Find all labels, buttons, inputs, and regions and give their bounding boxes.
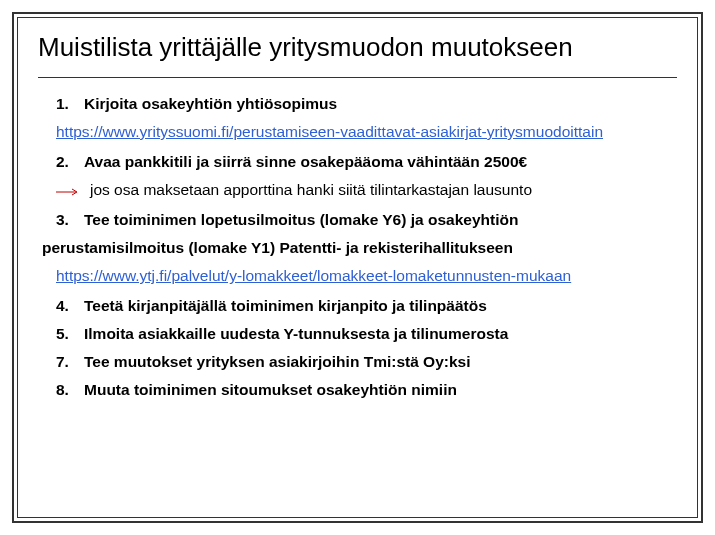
item-number: 4. [38, 294, 84, 318]
link-text[interactable]: https://www.ytj.fi/palvelut/y-lomakkeet/… [38, 264, 677, 288]
item-number: 2. [38, 150, 84, 174]
item-text: Kirjoita osakeyhtiön yhtiösopimus [84, 92, 677, 116]
item-number: 3. [38, 208, 84, 232]
list-item: 2. Avaa pankkitili ja siirrä sinne osake… [38, 150, 677, 174]
item-number: 7. [38, 350, 84, 374]
item-text: Tee muutokset yrityksen asiakirjoihin Tm… [84, 350, 677, 374]
item-text: Tee toiminimen lopetusilmoitus (lomake Y… [84, 208, 677, 232]
list-item: 1. Kirjoita osakeyhtiön yhtiösopimus [38, 92, 677, 116]
content: 1. Kirjoita osakeyhtiön yhtiösopimus htt… [38, 92, 677, 402]
item-number: 1. [38, 92, 84, 116]
arrow-icon [56, 180, 82, 202]
item-text: Teetä kirjanpitäjällä toiminimen kirjanp… [84, 294, 677, 318]
list-item: 7. Tee muutokset yrityksen asiakirjoihin… [38, 350, 677, 374]
inner-frame: Muistilista yrittäjälle yritysmuodon muu… [17, 17, 698, 518]
item-number: 5. [38, 322, 84, 346]
item-text: Muuta toiminimen sitoumukset osakeyhtiön… [84, 378, 677, 402]
sub-note-text: jos osa maksetaan apporttina hanki siitä… [90, 178, 532, 202]
list-item: 5. Ilmoita asiakkaille uudesta Y-tunnuks… [38, 322, 677, 346]
item-text: Avaa pankkitili ja siirrä sinne osakepää… [84, 150, 677, 174]
page-title: Muistilista yrittäjälle yritysmuodon muu… [38, 32, 677, 78]
link-text[interactable]: https://www.yrityssuomi.fi/perustamiseen… [38, 120, 677, 144]
list-item: 4. Teetä kirjanpitäjällä toiminimen kirj… [38, 294, 677, 318]
sub-note: jos osa maksetaan apporttina hanki siitä… [38, 178, 677, 202]
list-item: 8. Muuta toiminimen sitoumukset osakeyht… [38, 378, 677, 402]
item-text: Ilmoita asiakkaille uudesta Y-tunnuksest… [84, 322, 677, 346]
outer-frame: Muistilista yrittäjälle yritysmuodon muu… [12, 12, 703, 523]
item-number: 8. [38, 378, 84, 402]
link-2[interactable]: https://www.ytj.fi/palvelut/y-lomakkeet/… [56, 267, 571, 284]
item-continuation: perustamisilmoitus (lomake Y1) Patentti-… [38, 236, 677, 260]
list-item: 3. Tee toiminimen lopetusilmoitus (lomak… [38, 208, 677, 232]
link-1[interactable]: https://www.yrityssuomi.fi/perustamiseen… [56, 123, 603, 140]
